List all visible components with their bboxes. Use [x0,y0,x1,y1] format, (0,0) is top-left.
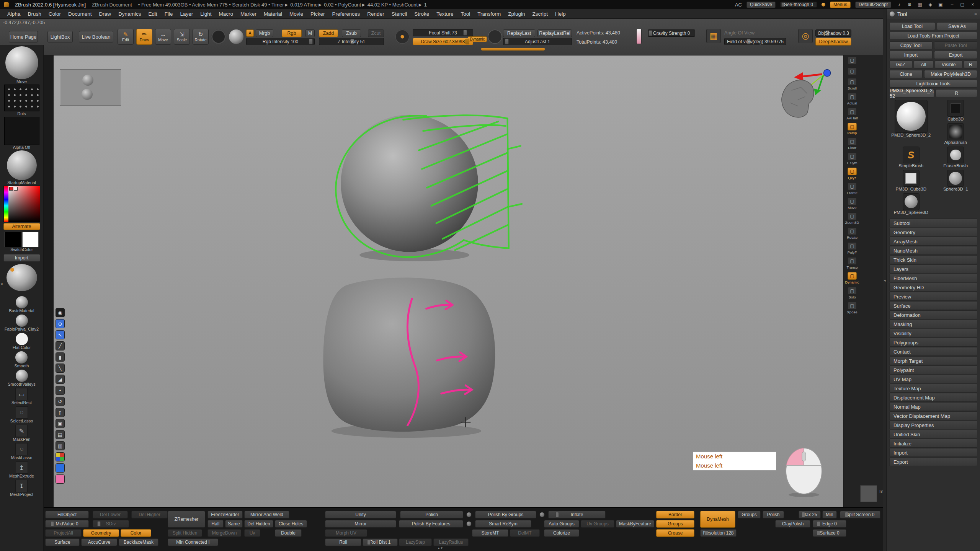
hue-spectrum[interactable] [4,186,8,222]
live-boolean-button[interactable]: Live Boolean [79,31,113,42]
tray-item[interactable]: ◌ SelectLasso [10,406,33,425]
titlebar-icon[interactable]: ▦ [916,2,923,7]
dock-button[interactable] [466,521,472,527]
primary-color-swatch[interactable] [9,187,13,191]
dock-button[interactable]: Edge 0 [813,520,846,528]
pencil-icon[interactable]: ╱ [56,341,65,350]
tray-item-thumb[interactable] [7,264,37,291]
dock-button[interactable]: Morph UV [325,529,367,537]
dock-button[interactable]: Max 25 [799,511,821,518]
tool-thumbnail[interactable]: Cube3D [934,100,978,122]
menu-item[interactable]: Material [263,10,283,18]
adjust-last-slider[interactable]: AdjustLast 1 [503,38,572,45]
tool-thumbnail[interactable]: PM3D_Cube3D [889,170,933,192]
brush-icon[interactable]: ▮ [56,352,65,362]
tray-item[interactable]: ↧ MeshProject [10,480,33,498]
tool-section-header[interactable]: ArrayMesh [889,237,977,246]
zoom3d-button[interactable]: Zoom3D [845,212,859,225]
tool-section-header[interactable]: Surface [889,301,977,310]
rotate-button[interactable]: Rotate [847,227,858,240]
dock-button[interactable]: Half [207,520,224,528]
menu-item[interactable]: Stroke [413,10,430,18]
goz-button[interactable]: GoZ [889,60,912,68]
menu-item[interactable]: Texture [435,10,454,18]
menu-item[interactable]: Draw [98,10,113,18]
dock-button[interactable]: Split Hidden [168,529,202,537]
head-preview[interactable] [782,80,814,117]
tool-r-button[interactable]: R [936,89,977,97]
menu-item[interactable]: Light [199,10,212,18]
dock-button[interactable]: Roll [325,538,361,546]
mode-button[interactable]: ↔ Move [155,29,171,45]
dynamic-badge[interactable]: Dynamic [468,36,487,42]
alpha-preview[interactable] [4,117,39,145]
tool-section-header[interactable]: Contact [889,347,977,356]
palette-icon[interactable] [56,452,65,461]
frame-button[interactable]: Frame [847,183,857,195]
camera-icon[interactable]: ▣ [56,419,65,428]
qxyz-button[interactable]: Qxyz [848,168,857,180]
tool-section-header[interactable]: Thick Skin [889,255,977,264]
titlebar-icon[interactable]: ⚙ [906,2,913,7]
tray-item-thumb[interactable]: ▭ [15,388,28,400]
tray-item[interactable]: ◌ MaskLasso [11,443,33,461]
dock-button[interactable]: Surface 0 [813,529,846,537]
mode-button[interactable]: ✏ Draw [136,29,152,45]
dot-icon[interactable]: • [56,386,65,395]
tool-thumbnail[interactable]: EraserBrush [934,147,978,169]
pink-swatch[interactable] [56,474,65,484]
menu-item[interactable]: Zscript [531,10,549,18]
slider-handle[interactable] [505,39,509,44]
dock-button[interactable]: Del Lower [93,511,128,518]
dock-button[interactable]: Groups [656,520,694,528]
tool-section-header[interactable]: UV Map [889,375,977,383]
rgb-intensity-slider[interactable]: Rgb Intensity 100 [246,38,315,45]
dock-button[interactable]: Color [121,529,151,537]
alt-color-swatch[interactable] [22,232,39,247]
lightbox-button[interactable]: LightBox [47,31,73,42]
tray-item-thumb[interactable] [16,370,28,382]
mode-button[interactable]: ⇲ Scale [174,29,190,45]
dock-button[interactable]: LazyRadius [433,538,469,546]
zcut-button[interactable]: Zcut [368,29,384,37]
tool-section-header[interactable]: Deformation [889,310,977,319]
goz-r-button[interactable]: R [964,60,977,68]
tool-section-header[interactable]: Export [889,457,977,466]
load-tools-from-project-button[interactable]: Load Tools From Project [889,32,977,40]
dock-button[interactable]: DelMT [510,529,540,537]
tray-item-thumb[interactable]: ✎ [15,425,28,437]
cube-3d-object[interactable] [323,278,495,432]
replay-last-rel-button[interactable]: ReplayLastRel [537,29,572,37]
menu-item[interactable]: Help [554,10,567,18]
dock-button[interactable]: ProjectAll [45,529,82,537]
dock-button[interactable]: BackfaceMask [119,538,158,546]
menu-item[interactable]: Tool [459,10,471,18]
slider-handle[interactable] [309,39,313,44]
tool-section-header[interactable]: Geometry [889,228,977,236]
tool-section-header[interactable]: Geometry HD [889,283,977,292]
dock-button[interactable]: AccuCurve [81,538,117,546]
tool-section-header[interactable]: Polypaint [889,365,977,374]
dock-button[interactable]: Groups [738,511,761,518]
tray-item[interactable]: Smooth [15,351,29,370]
menu-item[interactable]: Movie [288,10,304,18]
alternate-button[interactable]: Alternate [3,223,40,230]
scroll-doc-icon[interactable] [848,67,857,75]
picker-icon[interactable]: ◉ [56,308,65,317]
dock-button[interactable]: Min Connected I [168,538,218,546]
dock-button[interactable]: Unify [325,511,396,518]
quicksave-button[interactable]: QuickSave [746,2,776,8]
titlebar-icon[interactable]: ▣ [937,2,944,7]
dock-button[interactable]: Del Higher [131,511,168,518]
obj-shadow-icon[interactable]: ◎ [798,29,813,43]
texture-thumbnail[interactable] [860,485,877,502]
dock-button[interactable]: LazyStep [399,538,432,546]
transp-button[interactable]: Transp [846,257,858,269]
dock-button[interactable]: MaskByFeature [616,520,654,528]
zsub-button[interactable]: Zsub [342,29,361,37]
dock-button[interactable]: Same [225,520,243,528]
menu-item[interactable]: Document [67,10,93,18]
obj-shadow-slider[interactable]: ObjShadow 0.3 [815,29,851,37]
slider-handle[interactable] [463,30,467,36]
import-texture-button[interactable]: Import [3,254,40,262]
